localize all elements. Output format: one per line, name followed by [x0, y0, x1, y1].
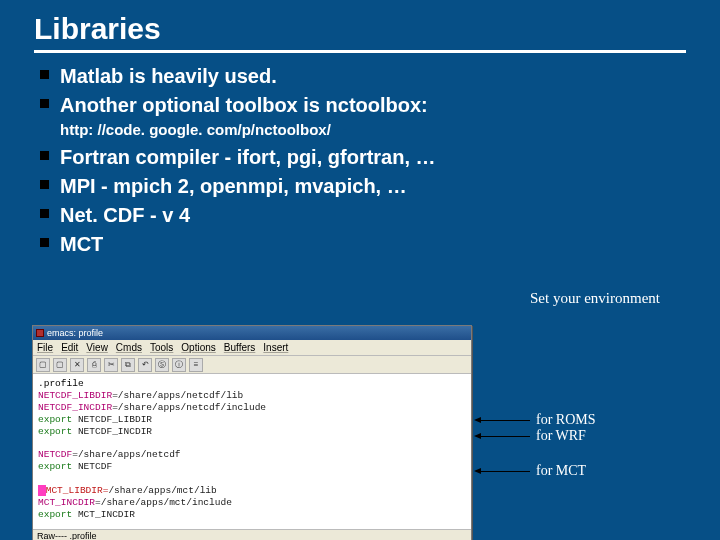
term-blank — [38, 473, 466, 485]
term-var: NETCDF_INCDIR — [38, 402, 112, 413]
bullet-list: Matlab is heavily used. Another optional… — [34, 63, 686, 119]
toolbar-button[interactable]: ✕ — [70, 358, 84, 372]
label-wrf: for WRF — [536, 428, 586, 444]
term-line: NETCDF=/share/apps/netcdf — [38, 449, 466, 461]
menu-file[interactable]: File — [37, 342, 53, 353]
terminal-statusbar: Raw---- .profile — [33, 529, 471, 541]
term-line: NETCDF_INCDIR=/share/apps/netcdf/include — [38, 402, 466, 414]
terminal-titlebar: emacs: profile — [33, 326, 471, 340]
terminal-body: .profile NETCDF_LIBDIR=/share/apps/netcd… — [33, 374, 471, 529]
arrow-left-icon — [480, 471, 530, 472]
menu-view[interactable]: View — [86, 342, 108, 353]
term-line: export NETCDF_LIBDIR — [38, 414, 466, 426]
term-line: export MCT_INCDIR — [38, 509, 466, 521]
bullet-fortran: Fortran compiler - ifort, pgi, gfortran,… — [40, 144, 686, 171]
bullet-netcdf: Net. CDF - v 4 — [40, 202, 686, 229]
term-val: =/share/apps/netcdf/lib — [112, 390, 243, 401]
bullet-matlab: Matlab is heavily used. — [40, 63, 686, 90]
annotation-wrf: for WRF — [480, 428, 586, 444]
window-icon — [36, 329, 44, 337]
annotation-mct: for MCT — [480, 463, 586, 479]
term-val: NETCDF — [72, 461, 112, 472]
terminal-toolbar: ▢ ▢ ✕ ⎙ ✂ ⧉ ↶ Ⓢ ⓘ ≡ — [33, 356, 471, 374]
menu-buffers[interactable]: Buffers — [224, 342, 256, 353]
bullet-mpi: MPI - mpich 2, openmpi, mvapich, … — [40, 173, 686, 200]
term-val: NETCDF_INCDIR — [72, 426, 152, 437]
term-var: NETCDF — [38, 449, 72, 460]
terminal-title-text: emacs: profile — [47, 328, 103, 338]
arrow-left-icon — [480, 420, 530, 421]
term-var: MCT_INCDIR — [38, 497, 95, 508]
term-var: export — [38, 426, 72, 437]
annotation-roms: for ROMS — [480, 412, 596, 428]
label-mct: for MCT — [536, 463, 586, 479]
toolbar-button[interactable]: ⧉ — [121, 358, 135, 372]
term-line: MCT_LIBDIR=/share/apps/mct/lib — [38, 485, 466, 497]
term-val: =/share/apps/mct/include — [95, 497, 232, 508]
toolbar-button[interactable]: ↶ — [138, 358, 152, 372]
menu-tools[interactable]: Tools — [150, 342, 173, 353]
term-var: export — [38, 509, 72, 520]
toolbar-button[interactable]: Ⓢ — [155, 358, 169, 372]
term-blank — [38, 437, 466, 449]
terminal-menubar[interactable]: File Edit View Cmds Tools Options Buffer… — [33, 340, 471, 356]
label-roms: for ROMS — [536, 412, 596, 428]
arrow-left-icon — [480, 436, 530, 437]
terminal-window: emacs: profile File Edit View Cmds Tools… — [32, 325, 472, 540]
term-val: =/share/apps/netcdf/include — [112, 402, 266, 413]
menu-edit[interactable]: Edit — [61, 342, 78, 353]
nctoolbox-url: http: //code. google. com/p/nctoolbox/ — [34, 121, 686, 138]
toolbar-button[interactable]: ▢ — [36, 358, 50, 372]
bullet-nctoolbox: Another optional toolbox is nctoolbox: — [40, 92, 686, 119]
term-line: NETCDF_LIBDIR=/share/apps/netcdf/lib — [38, 390, 466, 402]
term-var: export — [38, 461, 72, 472]
menu-cmds[interactable]: Cmds — [116, 342, 142, 353]
env-label: Set your environment — [530, 290, 660, 307]
toolbar-button[interactable]: ⎙ — [87, 358, 101, 372]
cursor-icon — [38, 485, 46, 496]
toolbar-button[interactable]: ⓘ — [172, 358, 186, 372]
term-line: export NETCDF — [38, 461, 466, 473]
term-val: NETCDF_LIBDIR — [72, 414, 152, 425]
term-val: MCT_INCDIR — [72, 509, 135, 520]
bullet-list-2: Fortran compiler - ifort, pgi, gfortran,… — [34, 144, 686, 258]
term-line: export NETCDF_INCDIR — [38, 426, 466, 438]
toolbar-button[interactable]: ≡ — [189, 358, 203, 372]
menu-insert[interactable]: Insert — [263, 342, 288, 353]
slide-title: Libraries — [34, 12, 686, 53]
term-var: export — [38, 414, 72, 425]
term-var: MCT_LIBDIR= — [46, 485, 109, 496]
term-line: MCT_INCDIR=/share/apps/mct/include — [38, 497, 466, 509]
bullet-mct: MCT — [40, 231, 686, 258]
terminal-path: .profile — [38, 378, 466, 390]
menu-options[interactable]: Options — [181, 342, 215, 353]
toolbar-button[interactable]: ✂ — [104, 358, 118, 372]
term-val: /share/apps/mct/lib — [108, 485, 216, 496]
term-val: =/share/apps/netcdf — [72, 449, 180, 460]
term-var: NETCDF_LIBDIR — [38, 390, 112, 401]
toolbar-button[interactable]: ▢ — [53, 358, 67, 372]
